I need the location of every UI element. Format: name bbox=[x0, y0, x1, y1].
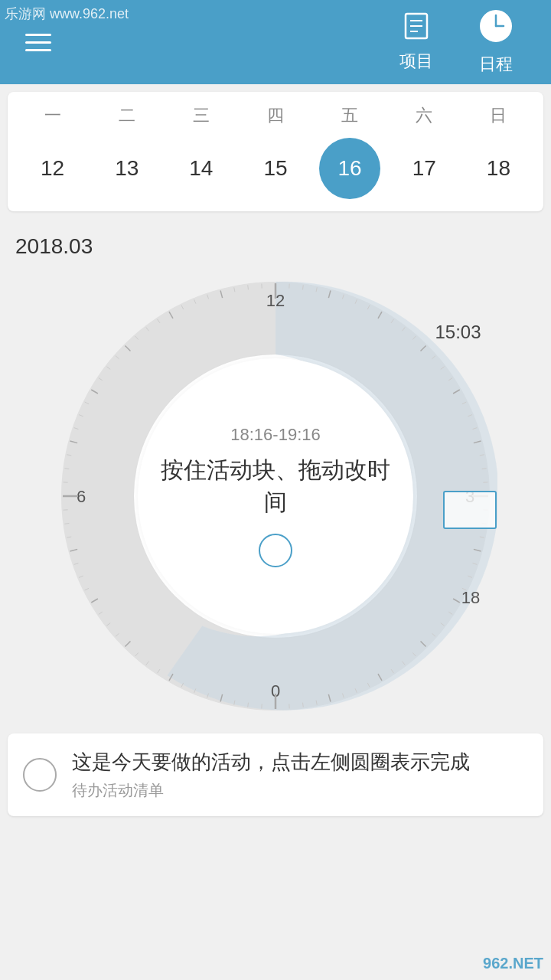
weekday-thu: 四 bbox=[245, 104, 306, 127]
current-time-label: 15:03 bbox=[435, 322, 505, 343]
nav-projects[interactable]: 项目 bbox=[377, 12, 456, 73]
watermark-bottom: 962.NET bbox=[483, 955, 543, 972]
week-calendar: 一 二 三 四 五 六 日 12 13 14 15 16 17 18 bbox=[8, 92, 543, 211]
weekday-sun: 日 bbox=[468, 104, 529, 127]
week-dates: 12 13 14 15 16 17 18 bbox=[15, 138, 536, 199]
top-bar: 乐游网 www.962.net 项目 bbox=[0, 0, 551, 84]
svg-text:18: 18 bbox=[461, 588, 480, 607]
date-15[interactable]: 15 bbox=[245, 138, 306, 199]
weekday-tue: 二 bbox=[96, 104, 158, 127]
top-nav: 项目 日程 bbox=[61, 9, 536, 76]
task-title: 这是今天要做的活动，点击左侧圆圈表示完成 bbox=[72, 749, 528, 776]
task-subtitle: 待办活动清单 bbox=[72, 780, 528, 801]
clock-inner-panel: 18:16-19:16 按住活动块、拖动改时间 bbox=[138, 358, 413, 634]
watermark-top: 乐游网 www.962.net bbox=[5, 5, 129, 23]
activity-complete-circle[interactable] bbox=[259, 534, 292, 567]
date-14[interactable]: 14 bbox=[171, 138, 232, 199]
clock-icon bbox=[479, 9, 513, 50]
date-16-active[interactable]: 16 bbox=[319, 138, 380, 199]
document-icon bbox=[403, 12, 430, 47]
weekday-sat: 六 bbox=[393, 104, 455, 127]
activity-label: 按住活动块、拖动改时间 bbox=[138, 454, 413, 518]
activity-block-18[interactable] bbox=[443, 491, 497, 529]
nav-projects-label: 项目 bbox=[399, 50, 433, 73]
weekday-labels: 一 二 三 四 五 六 日 bbox=[15, 104, 536, 127]
weekday-wed: 三 bbox=[171, 104, 232, 127]
date-13[interactable]: 13 bbox=[96, 138, 158, 199]
task-complete-button[interactable] bbox=[23, 758, 57, 792]
weekday-fri: 五 bbox=[319, 104, 380, 127]
menu-button[interactable] bbox=[15, 19, 61, 65]
activity-time-label: 18:16-19:16 bbox=[230, 425, 320, 445]
clock-container[interactable]: 12 3 0 6 18 bbox=[54, 274, 497, 718]
task-text: 这是今天要做的活动，点击左侧圆圈表示完成 待办活动清单 bbox=[72, 749, 528, 801]
clock-area: 12 3 0 6 18 bbox=[0, 266, 551, 733]
month-label: 2018.03 bbox=[0, 219, 551, 266]
date-12[interactable]: 12 bbox=[22, 138, 83, 199]
task-item: 这是今天要做的活动，点击左侧圆圈表示完成 待办活动清单 bbox=[8, 733, 543, 816]
nav-schedule-label: 日程 bbox=[479, 53, 513, 76]
nav-schedule[interactable]: 日程 bbox=[456, 9, 536, 76]
date-18[interactable]: 18 bbox=[468, 138, 529, 199]
date-17[interactable]: 17 bbox=[393, 138, 455, 199]
weekday-mon: 一 bbox=[22, 104, 83, 127]
